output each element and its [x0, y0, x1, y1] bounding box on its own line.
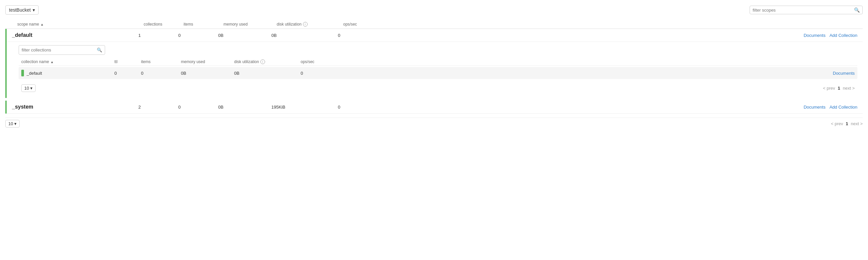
col-disk-header: disk utilization i	[234, 60, 301, 64]
items-header: items	[184, 22, 223, 27]
scopes-table-header: scope name ▲ collections items memory us…	[5, 20, 863, 29]
filter-collections-input[interactable]	[22, 47, 97, 52]
scope-memory-default: 0B	[218, 33, 271, 38]
scope-ops-default: 0	[338, 33, 378, 38]
col-ops-header: ops/sec	[301, 60, 341, 64]
ops-per-sec-header: ops/sec	[343, 22, 383, 27]
collection-actions: Documents	[341, 71, 855, 76]
current-page-default: 1	[838, 86, 840, 91]
collection-name: _default	[27, 71, 42, 76]
outer-next-page[interactable]: next >	[851, 121, 863, 126]
scope-block-default: _default 1 0 0B 0B 0 Documents Add Colle…	[5, 29, 863, 98]
pagination-nav-default: < prev 1 next >	[823, 86, 855, 91]
scope-disk-default: 0B	[271, 33, 338, 38]
per-page-arrow-default: ▾	[30, 86, 33, 91]
collections-section-default: 🔍 collection name ▲ ttl items memory use…	[7, 42, 863, 98]
col-items-header: items	[141, 60, 181, 64]
collection-memory: 0B	[181, 71, 234, 76]
outer-current-page: 1	[846, 121, 848, 126]
scope-memory-system: 0B	[218, 105, 271, 110]
scope-name-default: _default	[12, 32, 138, 38]
collections-header: collections	[144, 22, 184, 27]
memory-used-header: memory used	[223, 22, 277, 27]
scope-documents-button-default[interactable]: Documents	[804, 33, 826, 38]
per-page-select-default[interactable]: 10 ▾	[21, 84, 36, 92]
disk-utilization-header: disk utilization i	[277, 22, 343, 27]
scope-collections-default: 1	[138, 33, 178, 38]
col-ttl-header: ttl	[115, 60, 141, 64]
outer-per-page-value: 10	[8, 121, 13, 126]
bucket-name: testBucket	[9, 7, 31, 13]
disk-util-info-icon[interactable]: i	[303, 22, 308, 27]
filter-scopes-input[interactable]	[753, 8, 854, 13]
scope-actions-default: Documents Add Collection	[378, 33, 857, 38]
outer-per-page-arrow: ▾	[14, 121, 17, 126]
outer-pagination: 10 ▾ < prev 1 next >	[5, 117, 863, 129]
scope-name-header: scope name ▲	[17, 22, 144, 27]
col-memory-header: memory used	[181, 60, 234, 64]
bucket-dropdown[interactable]: testBucket ▾	[5, 5, 38, 14]
outer-pagination-nav: < prev 1 next >	[831, 121, 863, 126]
scope-block-system: _system 2 0 0B 195KiB 0 Documents Add Co…	[5, 101, 863, 114]
scope-items-system: 0	[178, 105, 218, 110]
collection-name-cell: _default	[21, 70, 115, 76]
filter-scopes-wrap: 🔍	[750, 6, 863, 14]
search-icon: 🔍	[854, 7, 860, 13]
scope-documents-button-system[interactable]: Documents	[804, 105, 826, 110]
scope-disk-system: 195KiB	[271, 105, 338, 110]
col-disk-info-icon[interactable]: i	[260, 60, 265, 64]
pagination-row-default: 10 ▾ < prev 1 next >	[19, 82, 857, 95]
outer-prev-page[interactable]: < prev	[831, 121, 843, 126]
scope-row-system: _system 2 0 0B 195KiB 0 Documents Add Co…	[7, 101, 863, 114]
collection-disk: 0B	[234, 71, 301, 76]
next-page-default[interactable]: next >	[843, 86, 855, 91]
scope-actions-system: Documents Add Collection	[378, 105, 857, 110]
collection-name-header: collection name ▲	[21, 60, 115, 64]
bucket-dropdown-arrow: ▾	[33, 7, 35, 13]
scope-row-default: _default 1 0 0B 0B 0 Documents Add Colle…	[7, 29, 863, 42]
per-page-value-default: 10	[24, 86, 29, 91]
collection-ttl: 0	[115, 71, 141, 76]
collection-items: 0	[141, 71, 181, 76]
collection-row-default: _default 0 0 0B 0B 0 Documents	[19, 67, 857, 79]
collections-table-header: collection name ▲ ttl items memory used …	[19, 58, 857, 66]
scope-name-system: _system	[12, 104, 138, 110]
filter-collections-search-icon: 🔍	[97, 47, 102, 52]
top-bar: testBucket ▾ 🔍	[5, 5, 863, 14]
scope-collections-system: 2	[138, 105, 178, 110]
scope-ops-system: 0	[338, 105, 378, 110]
collection-ops: 0	[301, 71, 341, 76]
scope-items-default: 0	[178, 33, 218, 38]
outer-per-page-select[interactable]: 10 ▾	[5, 120, 20, 127]
scope-add-collection-button-default[interactable]: Add Collection	[830, 33, 857, 38]
collection-color-bar	[21, 70, 24, 76]
scope-add-collection-button-system[interactable]: Add Collection	[830, 105, 857, 110]
prev-page-default[interactable]: < prev	[823, 86, 835, 91]
filter-collections-wrap: 🔍	[19, 45, 105, 55]
collection-documents-button[interactable]: Documents	[833, 71, 855, 76]
